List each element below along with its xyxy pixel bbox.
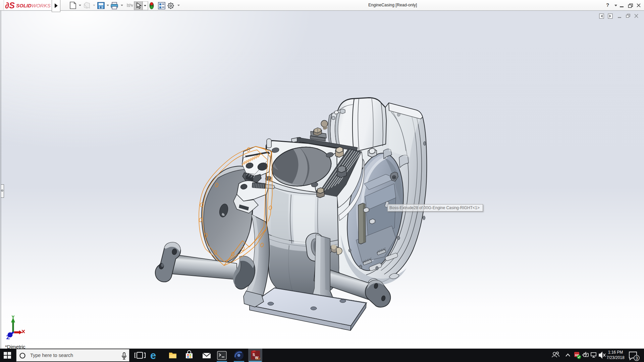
svg-text:SOLID: SOLID: [16, 3, 32, 8]
svg-text:∂S: ∂S: [5, 1, 15, 10]
svg-text:2017: 2017: [256, 358, 261, 360]
svg-text:WORKS: WORKS: [32, 3, 51, 8]
svg-text:3: 3: [636, 356, 638, 361]
svg-text:e: e: [150, 350, 156, 361]
